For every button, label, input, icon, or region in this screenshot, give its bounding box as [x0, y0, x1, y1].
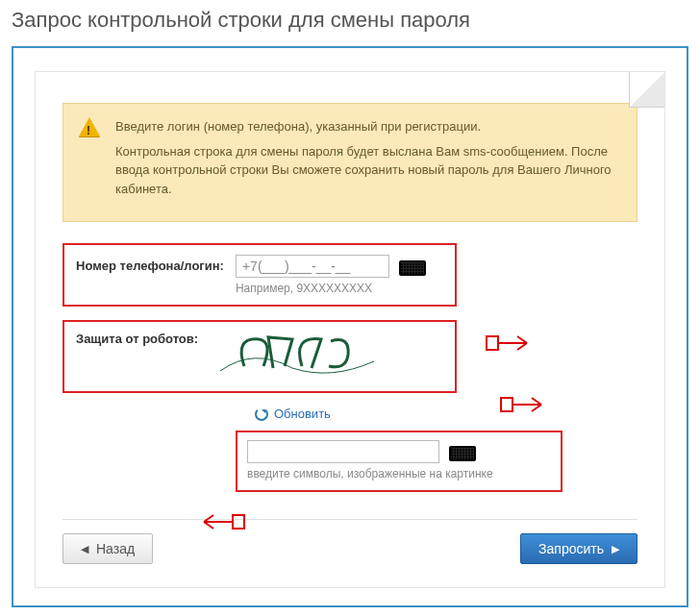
- info-notice: Введите логин (номер телефона), указанны…: [62, 103, 638, 222]
- captcha-box: Защита от роботов:: [62, 320, 457, 393]
- phone-hint: Например, 9XXXXXXXXX: [236, 282, 443, 295]
- page-title: Запрос контрольной строки для смены паро…: [0, 0, 700, 46]
- virtual-keyboard-icon[interactable]: [449, 446, 476, 461]
- chevron-left-icon: ◀: [81, 543, 88, 555]
- submit-button-label: Запросить: [538, 541, 604, 556]
- annotation-arrow: [202, 511, 246, 532]
- back-button[interactable]: ◀ Назад: [62, 533, 153, 564]
- form-card: Введите логин (номер телефона), указанны…: [35, 71, 665, 588]
- captcha-label: Защита от роботов:: [76, 328, 198, 346]
- annotation-arrow: [485, 333, 529, 354]
- phone-field-box: Номер телефона/логин: Например, 9XXXXXXX…: [62, 243, 457, 307]
- captcha-hint: введите символы, изображенные на картинк…: [247, 467, 551, 480]
- captcha-input-box: введите символы, изображенные на картинк…: [236, 431, 562, 492]
- warning-icon: [79, 117, 100, 136]
- captcha-refresh-row: Обновить: [255, 407, 638, 421]
- notice-line-2: Контрольная строка для смены пароля буде…: [115, 142, 621, 199]
- button-row: ◀ Назад Запросить ▶: [62, 519, 638, 564]
- phone-input[interactable]: [236, 255, 389, 278]
- captcha-input[interactable]: [247, 440, 439, 463]
- virtual-keyboard-icon[interactable]: [399, 260, 426, 276]
- refresh-icon[interactable]: [255, 407, 268, 421]
- chevron-right-icon: ▶: [612, 543, 619, 555]
- captcha-refresh-link[interactable]: Обновить: [274, 407, 331, 421]
- phone-label: Номер телефона/логин:: [76, 255, 224, 273]
- captcha-image: [215, 328, 379, 382]
- submit-button[interactable]: Запросить ▶: [520, 533, 638, 564]
- main-panel: Введите логин (номер телефона), указанны…: [12, 46, 688, 607]
- notice-line-1: Введите логин (номер телефона), указанны…: [115, 117, 621, 136]
- annotation-arrow: [499, 394, 543, 415]
- back-button-label: Назад: [96, 541, 135, 556]
